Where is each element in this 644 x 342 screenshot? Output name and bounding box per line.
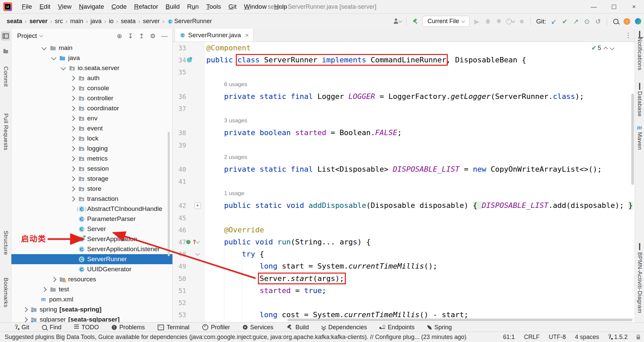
tree-item-transaction[interactable]: transaction	[11, 194, 172, 204]
tab-close-icon[interactable]: ×	[245, 32, 249, 39]
tree-item-io.seata.server[interactable]: io.seata.server	[11, 63, 172, 73]
chevron-icon[interactable]	[67, 197, 78, 201]
code-line-47[interactable]: 47↑ public void run(String... args) {	[173, 236, 635, 248]
status-message[interactable]: Suggested plugins Big Data Tools, Guice …	[5, 334, 466, 341]
menu-navigate[interactable]: Navigate	[75, 3, 108, 10]
git-update-icon[interactable]: ↙	[550, 17, 558, 26]
rollback-icon[interactable]: ↺	[594, 17, 602, 26]
tree-item-store[interactable]: store	[11, 184, 172, 194]
code-inlay-row[interactable]: 1 usage	[173, 187, 635, 199]
fold-marker[interactable]: +	[194, 199, 202, 212]
fold-collapse-icon[interactable]	[195, 251, 200, 256]
tool-button-folders[interactable]	[1, 47, 10, 56]
menu-build[interactable]: Build	[162, 3, 183, 10]
stop-icon[interactable]: ■	[518, 17, 526, 26]
tree-item-console[interactable]: console	[11, 83, 172, 93]
coverage-icon[interactable]	[495, 17, 503, 26]
code-line-45[interactable]: 45	[173, 212, 635, 224]
tree-item-lock[interactable]: lock	[11, 133, 172, 144]
code-line-42[interactable]: 42+ public static void addDisposable(Dis…	[173, 199, 635, 212]
fold-collapse-icon[interactable]	[195, 239, 200, 244]
code-inlay-row[interactable]: 3 usages	[173, 115, 635, 127]
menu-code[interactable]: Code	[108, 3, 130, 10]
toolwindow-find[interactable]: Find	[42, 324, 61, 331]
tree-item-java[interactable]: java	[11, 53, 172, 63]
tree-scrollbar[interactable]	[168, 132, 170, 256]
diagram-icon[interactable]	[639, 244, 640, 250]
chevron-icon[interactable]	[67, 117, 78, 120]
menu-view[interactable]: View	[54, 3, 75, 10]
encoding[interactable]: UTF-8	[549, 334, 566, 341]
stripe-item-bpmn-activiti-diagram[interactable]: BPMN-Activiti-Diagram	[636, 252, 643, 313]
tree-item-pom.xml[interactable]: pom.xml	[11, 294, 172, 304]
tree-item-auth[interactable]: auth	[11, 73, 172, 83]
chevron-icon[interactable]	[67, 137, 78, 140]
stripe-item-bookmarks[interactable]: Bookmarks	[2, 278, 9, 307]
breadcrumb-main-3[interactable]: main	[70, 18, 83, 25]
chevron-icon[interactable]	[19, 308, 31, 311]
lock-icon[interactable]	[637, 337, 640, 339]
menu-run[interactable]: Run	[183, 3, 203, 10]
toolwindow-problems[interactable]: Problems	[112, 324, 145, 331]
chevron-icon[interactable]	[67, 147, 78, 151]
tree-item-main[interactable]: main	[11, 43, 172, 53]
chevron-icon[interactable]	[67, 167, 78, 171]
scroll-down-icon[interactable]: ↧	[128, 32, 133, 40]
ide-update-icon[interactable]: ↑	[623, 17, 631, 26]
search-icon[interactable]	[612, 17, 620, 26]
tree-item-resources[interactable]: resources	[11, 274, 172, 284]
tree-item-sqlparser[interactable]: sqlparser[seata-sqlparser]	[11, 315, 172, 323]
code-line-33[interactable]: 33@Component	[173, 42, 635, 54]
menu-refactor[interactable]: Refactor	[130, 3, 162, 10]
tree-item-env[interactable]: env	[11, 113, 172, 123]
breadcrumb-seata-6[interactable]: seata	[121, 18, 136, 25]
chevron-icon[interactable]	[48, 56, 59, 60]
run-class-gutter-icon[interactable]	[187, 58, 192, 63]
code-line-46[interactable]: 46 @Override	[173, 224, 635, 236]
chevron-icon[interactable]	[48, 278, 59, 281]
toolwindow-terminal[interactable]: Terminal	[158, 324, 190, 331]
chevron-icon[interactable]	[67, 127, 78, 130]
toolwindow-todo[interactable]: TODO	[74, 324, 99, 331]
inspections-widget[interactable]: ✔5	[591, 44, 614, 52]
git-push-icon[interactable]: ↗	[572, 17, 580, 26]
toolwindow-endpoints[interactable]: Endpoints	[380, 324, 415, 331]
tree-item-parameterparser[interactable]: ParameterParser	[11, 214, 172, 224]
tree-item-spring[interactable]: spring[seata-spring]	[11, 304, 172, 315]
stripe-item-pull-requests[interactable]: Pull Requests	[2, 113, 9, 150]
tree-item-uuidgenerator[interactable]: UUIDGenerator	[11, 264, 172, 274]
code-line-40[interactable]: 40 private static final List<Disposable>…	[173, 163, 635, 175]
maximize-button[interactable]	[604, 0, 624, 13]
code-line-39[interactable]: 39	[173, 139, 635, 151]
tree-item-metrics[interactable]: metrics	[11, 154, 172, 164]
stripe-item-maven[interactable]: Maven	[636, 132, 643, 150]
tool-button-project[interactable]	[1, 32, 10, 41]
chevron-icon[interactable]	[67, 76, 78, 80]
tree-item-server[interactable]: Server	[11, 224, 172, 234]
toolwindow-git[interactable]: Git	[15, 324, 29, 331]
menu-window[interactable]: Window	[240, 3, 270, 10]
code-line-41[interactable]: 41	[173, 175, 635, 187]
code-line-34[interactable]: 34public class ServerRunner implements C…	[173, 54, 635, 66]
tree-item-serverrunner[interactable]: ServerRunner	[11, 254, 172, 264]
chevron-icon[interactable]	[67, 87, 78, 90]
gradient-ball-icon[interactable]	[634, 17, 642, 26]
tree-item-serverapplication[interactable]: ServerApplication	[11, 234, 172, 244]
usages-hint[interactable]: 6 usages	[224, 78, 247, 91]
chevron-icon[interactable]	[67, 157, 78, 161]
editor-vertical-scrollbar[interactable]	[631, 94, 634, 185]
settings-icon[interactable]: ⚙	[150, 32, 156, 40]
editor-horizontal-scrollbar[interactable]	[287, 319, 633, 321]
git-branch-widget[interactable]: 1.5.2	[608, 334, 628, 341]
hide-icon[interactable]: —	[161, 32, 168, 40]
toolwindow-build[interactable]: Build	[286, 324, 309, 331]
run-configuration-combo[interactable]: Current File	[422, 16, 470, 27]
toolwindow-services[interactable]: Services	[243, 324, 273, 331]
user-icon[interactable]	[393, 17, 401, 26]
maven-icon[interactable]: m	[637, 124, 642, 131]
code-inlay-row[interactable]: 2 usages	[173, 151, 635, 163]
code-line-35[interactable]: 35	[173, 66, 635, 78]
profiler-icon[interactable]	[506, 17, 515, 26]
code-line-37[interactable]: 37	[173, 103, 635, 115]
menu-edit[interactable]: Edit	[36, 3, 54, 10]
